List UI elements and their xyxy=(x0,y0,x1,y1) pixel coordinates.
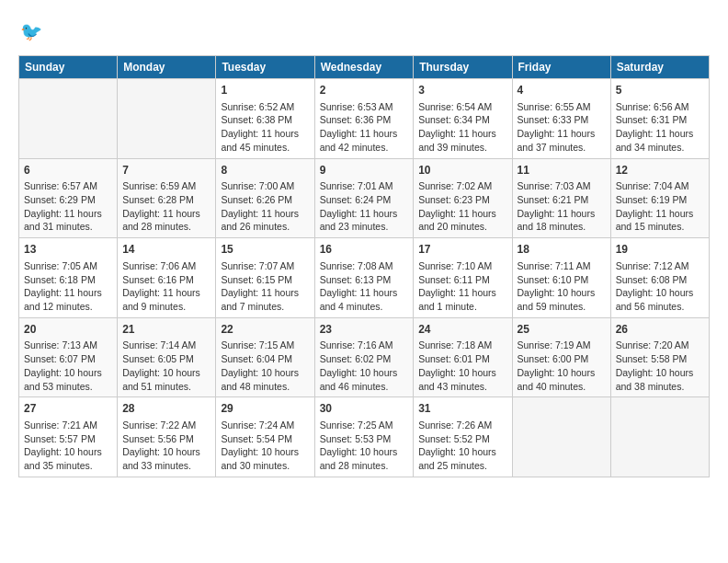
day-number: 26 xyxy=(616,322,704,338)
calendar-cell: 20Sunrise: 7:13 AMSunset: 6:07 PMDayligh… xyxy=(19,317,118,397)
day-number: 14 xyxy=(122,242,210,258)
day-number: 27 xyxy=(24,401,112,417)
calendar-cell: 2Sunrise: 6:53 AMSunset: 6:36 PMDaylight… xyxy=(314,79,414,159)
cell-info: Daylight: 11 hours and 39 minutes. xyxy=(418,127,506,154)
calendar-cell: 7Sunrise: 6:59 AMSunset: 6:28 PMDaylight… xyxy=(118,158,216,238)
day-number: 30 xyxy=(320,401,409,417)
cell-info: Sunrise: 7:13 AM xyxy=(24,339,112,352)
calendar-cell: 29Sunrise: 7:24 AMSunset: 5:54 PMDayligh… xyxy=(216,397,314,477)
cell-info: Sunrise: 6:56 AM xyxy=(616,100,704,114)
calendar-table: SundayMondayTuesdayWednesdayThursdayFrid… xyxy=(18,55,710,477)
calendar-cell: 15Sunrise: 7:07 AMSunset: 6:15 PMDayligh… xyxy=(216,238,314,318)
calendar-cell: 12Sunrise: 7:04 AMSunset: 6:19 PMDayligh… xyxy=(610,158,709,238)
day-number: 9 xyxy=(320,163,409,178)
calendar-cell: 30Sunrise: 7:25 AMSunset: 5:53 PMDayligh… xyxy=(314,397,414,477)
calendar-week-1: 1Sunrise: 6:52 AMSunset: 6:38 PMDaylight… xyxy=(19,79,710,159)
calendar-cell: 10Sunrise: 7:02 AMSunset: 6:23 PMDayligh… xyxy=(414,158,512,238)
cell-info: Sunset: 6:24 PM xyxy=(320,193,409,207)
cell-info: Sunset: 6:08 PM xyxy=(616,273,704,287)
cell-info: Daylight: 11 hours and 31 minutes. xyxy=(24,207,112,234)
cell-info: Daylight: 11 hours and 12 minutes. xyxy=(24,286,112,313)
cell-info: Sunrise: 7:26 AM xyxy=(418,419,506,432)
cell-info: Sunrise: 7:22 AM xyxy=(122,419,210,432)
cell-info: Sunset: 6:13 PM xyxy=(320,273,409,287)
calendar-week-5: 27Sunrise: 7:21 AMSunset: 5:57 PMDayligh… xyxy=(19,397,710,477)
calendar-cell xyxy=(19,79,118,159)
day-number: 16 xyxy=(320,242,409,258)
cell-info: Daylight: 10 hours and 53 minutes. xyxy=(24,366,112,393)
cell-info: Daylight: 11 hours and 18 minutes. xyxy=(518,207,606,234)
page-header: 🐦 xyxy=(18,18,710,46)
cell-info: Sunrise: 7:04 AM xyxy=(616,179,704,193)
cell-info: Sunrise: 7:08 AM xyxy=(320,259,409,273)
cell-info: Daylight: 10 hours and 46 minutes. xyxy=(320,366,409,393)
weekday-header-tuesday: Tuesday xyxy=(216,56,314,79)
day-number: 1 xyxy=(221,83,309,98)
weekday-header-monday: Monday xyxy=(118,56,216,79)
cell-info: Daylight: 11 hours and 1 minute. xyxy=(418,286,506,313)
calendar-cell: 24Sunrise: 7:18 AMSunset: 6:01 PMDayligh… xyxy=(414,317,512,397)
calendar-cell xyxy=(118,79,216,159)
cell-info: Daylight: 10 hours and 59 minutes. xyxy=(518,286,606,313)
cell-info: Daylight: 10 hours and 43 minutes. xyxy=(418,366,506,393)
day-number: 18 xyxy=(518,242,606,258)
cell-info: Sunset: 5:54 PM xyxy=(221,432,309,446)
cell-info: Sunrise: 7:24 AM xyxy=(221,419,309,432)
cell-info: Sunset: 5:58 PM xyxy=(616,352,704,366)
day-number: 4 xyxy=(518,83,606,98)
cell-info: Daylight: 10 hours and 40 minutes. xyxy=(518,366,606,393)
cell-info: Sunset: 6:11 PM xyxy=(418,273,506,287)
day-number: 15 xyxy=(221,242,309,258)
cell-info: Daylight: 11 hours and 7 minutes. xyxy=(221,286,309,313)
calendar-cell: 27Sunrise: 7:21 AMSunset: 5:57 PMDayligh… xyxy=(19,397,118,477)
cell-info: Sunrise: 7:25 AM xyxy=(320,419,409,432)
calendar-week-4: 20Sunrise: 7:13 AMSunset: 6:07 PMDayligh… xyxy=(19,317,710,397)
calendar-cell: 14Sunrise: 7:06 AMSunset: 6:16 PMDayligh… xyxy=(118,238,216,318)
day-number: 7 xyxy=(122,163,210,178)
day-number: 21 xyxy=(122,322,210,338)
cell-info: Daylight: 10 hours and 51 minutes. xyxy=(122,366,210,393)
cell-info: Sunrise: 6:59 AM xyxy=(122,179,210,193)
weekday-header-thursday: Thursday xyxy=(414,56,512,79)
cell-info: Daylight: 10 hours and 30 minutes. xyxy=(221,445,309,472)
cell-info: Sunrise: 7:05 AM xyxy=(24,259,112,273)
cell-info: Daylight: 10 hours and 38 minutes. xyxy=(616,366,704,393)
calendar-cell xyxy=(610,397,709,477)
cell-info: Sunrise: 7:21 AM xyxy=(24,419,112,432)
cell-info: Sunset: 6:10 PM xyxy=(518,273,606,287)
calendar-cell: 6Sunrise: 6:57 AMSunset: 6:29 PMDaylight… xyxy=(19,158,118,238)
cell-info: Sunrise: 7:14 AM xyxy=(122,339,210,352)
cell-info: Sunrise: 7:06 AM xyxy=(122,259,210,273)
day-number: 25 xyxy=(518,322,606,338)
cell-info: Sunset: 6:33 PM xyxy=(518,113,606,127)
cell-info: Daylight: 11 hours and 28 minutes. xyxy=(122,207,210,234)
cell-info: Sunrise: 6:52 AM xyxy=(221,100,309,114)
calendar-cell: 8Sunrise: 7:00 AMSunset: 6:26 PMDaylight… xyxy=(216,158,314,238)
cell-info: Sunrise: 6:53 AM xyxy=(320,100,409,114)
day-number: 29 xyxy=(221,401,309,417)
cell-info: Sunrise: 7:16 AM xyxy=(320,339,409,352)
logo: 🐦 xyxy=(18,18,50,46)
day-number: 5 xyxy=(616,83,704,98)
cell-info: Daylight: 10 hours and 35 minutes. xyxy=(24,445,112,472)
weekday-header-row: SundayMondayTuesdayWednesdayThursdayFrid… xyxy=(19,56,710,79)
cell-info: Sunset: 6:31 PM xyxy=(616,113,704,127)
calendar-cell: 11Sunrise: 7:03 AMSunset: 6:21 PMDayligh… xyxy=(512,158,610,238)
cell-info: Sunrise: 7:19 AM xyxy=(518,339,606,352)
calendar-cell xyxy=(512,397,610,477)
cell-info: Sunrise: 7:15 AM xyxy=(221,339,309,352)
cell-info: Daylight: 11 hours and 45 minutes. xyxy=(221,127,309,154)
cell-info: Daylight: 11 hours and 23 minutes. xyxy=(320,207,409,234)
calendar-cell: 16Sunrise: 7:08 AMSunset: 6:13 PMDayligh… xyxy=(314,238,414,318)
calendar-cell: 19Sunrise: 7:12 AMSunset: 6:08 PMDayligh… xyxy=(610,238,709,318)
cell-info: Daylight: 11 hours and 9 minutes. xyxy=(122,286,210,313)
cell-info: Daylight: 11 hours and 15 minutes. xyxy=(616,207,704,234)
calendar-cell: 5Sunrise: 6:56 AMSunset: 6:31 PMDaylight… xyxy=(610,79,709,159)
cell-info: Sunrise: 7:18 AM xyxy=(418,339,506,352)
cell-info: Daylight: 10 hours and 33 minutes. xyxy=(122,445,210,472)
day-number: 8 xyxy=(221,163,309,178)
cell-info: Daylight: 11 hours and 4 minutes. xyxy=(320,286,409,313)
calendar-cell: 31Sunrise: 7:26 AMSunset: 5:52 PMDayligh… xyxy=(414,397,512,477)
cell-info: Daylight: 11 hours and 26 minutes. xyxy=(221,207,309,234)
calendar-cell: 18Sunrise: 7:11 AMSunset: 6:10 PMDayligh… xyxy=(512,238,610,318)
